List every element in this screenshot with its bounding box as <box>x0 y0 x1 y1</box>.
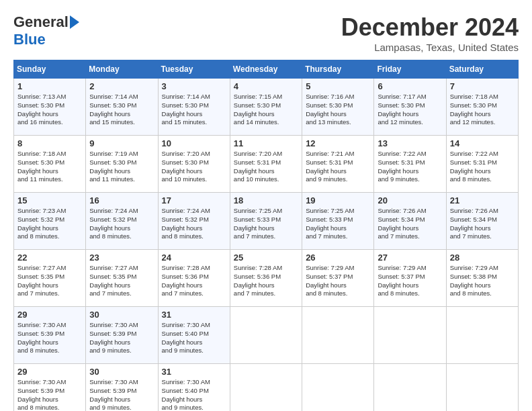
day-number: 29 <box>17 367 82 377</box>
cell-content: Sunrise: 7:29 AM Sunset: 5:37 PM Dayligh… <box>378 264 442 298</box>
day-number: 28 <box>450 253 515 263</box>
table-row: 30 Sunrise: 7:30 AM Sunset: 5:39 PM Dayl… <box>86 307 158 364</box>
table-row: 14 Sunrise: 7:22 AM Sunset: 5:31 PM Dayl… <box>446 136 518 193</box>
table-row: 12 Sunrise: 7:21 AM Sunset: 5:31 PM Dayl… <box>302 136 374 193</box>
day-number: 23 <box>89 253 154 263</box>
cell-content: Sunrise: 7:25 AM Sunset: 5:33 PM Dayligh… <box>306 207 370 241</box>
calendar-header-row: Sunday Monday Tuesday Wednesday Thursday… <box>14 60 519 79</box>
cell-content: Sunrise: 7:30 AM Sunset: 5:39 PM Dayligh… <box>17 321 82 355</box>
table-row <box>302 307 374 364</box>
table-row: 27 Sunrise: 7:29 AM Sunset: 5:37 PM Dayl… <box>374 250 446 307</box>
logo-blue: Blue <box>13 31 46 48</box>
cell-content: Sunrise: 7:14 AM Sunset: 5:30 PM Dayligh… <box>162 93 226 127</box>
header-tuesday: Tuesday <box>158 60 230 79</box>
cell-content: Sunrise: 7:27 AM Sunset: 5:35 PM Dayligh… <box>17 264 82 298</box>
day-number: 14 <box>450 138 515 148</box>
day-number: 5 <box>306 81 370 91</box>
day-number: 8 <box>17 138 82 148</box>
calendar-week-0: 1 Sunrise: 7:13 AM Sunset: 5:30 PM Dayli… <box>14 79 519 136</box>
cell-content: Sunrise: 7:30 AM Sunset: 5:39 PM Dayligh… <box>89 378 154 411</box>
calendar-week-4: 29 Sunrise: 7:30 AM Sunset: 5:39 PM Dayl… <box>14 307 519 364</box>
cell-content: Sunrise: 7:23 AM Sunset: 5:32 PM Dayligh… <box>17 207 82 241</box>
table-row <box>374 364 446 412</box>
cell-content: Sunrise: 7:13 AM Sunset: 5:30 PM Dayligh… <box>17 93 82 127</box>
cell-content: Sunrise: 7:20 AM Sunset: 5:30 PM Dayligh… <box>162 150 226 184</box>
table-row: 28 Sunrise: 7:29 AM Sunset: 5:38 PM Dayl… <box>446 250 518 307</box>
table-row: 9 Sunrise: 7:19 AM Sunset: 5:30 PM Dayli… <box>86 136 158 193</box>
table-row: 22 Sunrise: 7:27 AM Sunset: 5:35 PM Dayl… <box>14 250 86 307</box>
table-row <box>230 364 302 412</box>
day-number: 1 <box>17 81 82 91</box>
table-row: 11 Sunrise: 7:20 AM Sunset: 5:31 PM Dayl… <box>230 136 302 193</box>
day-number: 16 <box>89 195 154 205</box>
cell-content: Sunrise: 7:29 AM Sunset: 5:38 PM Dayligh… <box>450 264 515 298</box>
table-row: 29 Sunrise: 7:30 AM Sunset: 5:39 PM Dayl… <box>14 364 86 412</box>
day-number: 15 <box>17 195 82 205</box>
cell-content: Sunrise: 7:18 AM Sunset: 5:30 PM Dayligh… <box>450 93 515 127</box>
table-row: 10 Sunrise: 7:20 AM Sunset: 5:30 PM Dayl… <box>158 136 230 193</box>
title-area: December 2024 Lampasas, Texas, United St… <box>341 13 519 53</box>
header-thursday: Thursday <box>302 60 374 79</box>
logo-general: General <box>13 13 69 31</box>
table-row <box>230 307 302 364</box>
calendar-week-3: 22 Sunrise: 7:27 AM Sunset: 5:35 PM Dayl… <box>14 250 519 307</box>
table-row: 4 Sunrise: 7:15 AM Sunset: 5:30 PM Dayli… <box>230 79 302 136</box>
day-number: 21 <box>450 195 515 205</box>
day-number: 6 <box>378 81 442 91</box>
calendar-table: Sunday Monday Tuesday Wednesday Thursday… <box>13 60 519 411</box>
day-number: 24 <box>162 253 226 263</box>
logo: General Blue <box>13 13 79 48</box>
day-number: 19 <box>306 195 370 205</box>
table-row: 17 Sunrise: 7:24 AM Sunset: 5:32 PM Dayl… <box>158 193 230 250</box>
day-number: 26 <box>306 253 370 263</box>
cell-content: Sunrise: 7:14 AM Sunset: 5:30 PM Dayligh… <box>89 93 154 127</box>
day-number: 25 <box>234 253 298 263</box>
header-saturday: Saturday <box>446 60 518 79</box>
table-row: 1 Sunrise: 7:13 AM Sunset: 5:30 PM Dayli… <box>14 79 86 136</box>
day-number: 2 <box>89 81 154 91</box>
header-friday: Friday <box>374 60 446 79</box>
day-number: 27 <box>378 253 442 263</box>
cell-content: Sunrise: 7:30 AM Sunset: 5:40 PM Dayligh… <box>162 321 226 355</box>
table-row: 29 Sunrise: 7:30 AM Sunset: 5:39 PM Dayl… <box>14 307 86 364</box>
table-row: 30 Sunrise: 7:30 AM Sunset: 5:39 PM Dayl… <box>86 364 158 412</box>
table-row: 7 Sunrise: 7:18 AM Sunset: 5:30 PM Dayli… <box>446 79 518 136</box>
calendar-week-5: 29 Sunrise: 7:30 AM Sunset: 5:39 PM Dayl… <box>14 364 519 412</box>
day-number: 18 <box>234 195 298 205</box>
day-number: 12 <box>306 138 370 148</box>
table-row: 26 Sunrise: 7:29 AM Sunset: 5:37 PM Dayl… <box>302 250 374 307</box>
cell-content: Sunrise: 7:28 AM Sunset: 5:36 PM Dayligh… <box>162 264 226 298</box>
table-row: 23 Sunrise: 7:27 AM Sunset: 5:35 PM Dayl… <box>86 250 158 307</box>
cell-content: Sunrise: 7:16 AM Sunset: 5:30 PM Dayligh… <box>306 93 370 127</box>
day-number: 22 <box>17 253 82 263</box>
cell-content: Sunrise: 7:26 AM Sunset: 5:34 PM Dayligh… <box>450 207 515 241</box>
table-row <box>302 364 374 412</box>
table-row <box>446 307 518 364</box>
table-row: 25 Sunrise: 7:28 AM Sunset: 5:36 PM Dayl… <box>230 250 302 307</box>
cell-content: Sunrise: 7:22 AM Sunset: 5:31 PM Dayligh… <box>450 150 515 184</box>
table-row: 21 Sunrise: 7:26 AM Sunset: 5:34 PM Dayl… <box>446 193 518 250</box>
logo-arrow-icon <box>70 15 79 29</box>
cell-content: Sunrise: 7:24 AM Sunset: 5:32 PM Dayligh… <box>89 207 154 241</box>
cell-content: Sunrise: 7:15 AM Sunset: 5:30 PM Dayligh… <box>234 93 298 127</box>
cell-content: Sunrise: 7:22 AM Sunset: 5:31 PM Dayligh… <box>378 150 442 184</box>
table-row <box>446 364 518 412</box>
day-number: 7 <box>450 81 515 91</box>
day-number: 9 <box>89 138 154 148</box>
cell-content: Sunrise: 7:28 AM Sunset: 5:36 PM Dayligh… <box>234 264 298 298</box>
day-number: 11 <box>234 138 298 148</box>
cell-content: Sunrise: 7:24 AM Sunset: 5:32 PM Dayligh… <box>162 207 226 241</box>
cell-content: Sunrise: 7:30 AM Sunset: 5:39 PM Dayligh… <box>17 378 82 411</box>
cell-content: Sunrise: 7:30 AM Sunset: 5:40 PM Dayligh… <box>162 378 226 411</box>
table-row: 20 Sunrise: 7:26 AM Sunset: 5:34 PM Dayl… <box>374 193 446 250</box>
cell-content: Sunrise: 7:26 AM Sunset: 5:34 PM Dayligh… <box>378 207 442 241</box>
table-row: 3 Sunrise: 7:14 AM Sunset: 5:30 PM Dayli… <box>158 79 230 136</box>
table-row: 31 Sunrise: 7:30 AM Sunset: 5:40 PM Dayl… <box>158 307 230 364</box>
cell-content: Sunrise: 7:19 AM Sunset: 5:30 PM Dayligh… <box>89 150 154 184</box>
calendar-week-1: 8 Sunrise: 7:18 AM Sunset: 5:30 PM Dayli… <box>14 136 519 193</box>
day-number: 31 <box>162 367 226 377</box>
table-row: 8 Sunrise: 7:18 AM Sunset: 5:30 PM Dayli… <box>14 136 86 193</box>
table-row: 16 Sunrise: 7:24 AM Sunset: 5:32 PM Dayl… <box>86 193 158 250</box>
header-sunday: Sunday <box>14 60 86 79</box>
table-row: 2 Sunrise: 7:14 AM Sunset: 5:30 PM Dayli… <box>86 79 158 136</box>
